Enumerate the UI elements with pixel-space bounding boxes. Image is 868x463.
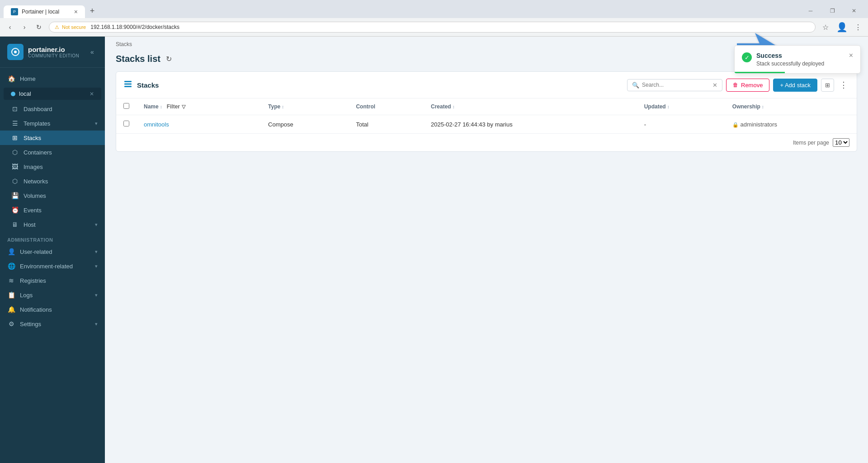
minimize-button[interactable]: ─ [800, 4, 821, 18]
host-chevron: ▾ [95, 222, 98, 228]
forward-button[interactable]: › [18, 21, 31, 33]
back-button[interactable]: ‹ [4, 21, 16, 33]
card-header: Stacks 🔍 ✕ 🗑 Remove + Add stack [116, 72, 857, 98]
browser-chrome: P Portainer | local × + ─ ❐ ✕ [0, 0, 868, 18]
registries-icon: ≋ [7, 277, 15, 284]
main-content: Stacks Stacks list ↻ Stacks [105, 37, 868, 463]
address-bar[interactable]: ⚠ Not secure 192.168.1.18:9000/#/2/docke… [49, 22, 816, 33]
menu-button[interactable]: ⋮ [852, 21, 864, 33]
sidebar-collapse-button[interactable]: « [87, 47, 98, 57]
new-tab-button[interactable]: + [85, 4, 99, 18]
header-checkbox-cell [116, 98, 137, 115]
security-icon: ⚠ [55, 24, 59, 30]
sidebar-item-settings[interactable]: ⚙ Settings ▾ [0, 317, 105, 331]
reload-button[interactable]: ↻ [33, 21, 45, 33]
logs-icon: 📋 [7, 291, 15, 299]
filter-button[interactable]: Filter ▽ [167, 103, 185, 110]
window-controls: ─ ❐ ✕ [800, 4, 864, 18]
header-updated: Updated↕ [637, 98, 725, 115]
browser-toolbar: ‹ › ↻ ⚠ Not secure 192.168.1.18:9000/#/2… [0, 18, 868, 37]
notifications-icon: 🔔 [7, 306, 15, 313]
env-close-button[interactable]: ✕ [90, 91, 94, 97]
sidebar-item-local[interactable]: local ✕ [4, 88, 101, 100]
refresh-button[interactable]: ↻ [166, 55, 172, 63]
sidebar-item-networks[interactable]: ⬡ Networks [0, 174, 105, 188]
url-display: 192.168.1.18:9000/#/2/docker/stacks [90, 24, 179, 30]
sidebar-item-registries[interactable]: ≋ Registries [0, 273, 105, 288]
tab-title: Portainer | local [22, 9, 71, 15]
containers-icon: ⬡ [11, 149, 19, 156]
row-control-cell: Total [349, 115, 424, 134]
toast-notification: ✓ Success Stack successfully deployed × [734, 45, 861, 74]
nav-buttons: ‹ › ↻ [4, 21, 45, 33]
remove-button[interactable]: 🗑 Remove [726, 79, 769, 92]
items-per-page-select[interactable]: 10 25 50 [833, 138, 849, 147]
stack-name-link[interactable]: omnitools [144, 121, 169, 128]
row-updated-cell: - [637, 115, 725, 134]
row-checkbox[interactable] [123, 121, 129, 126]
svg-rect-4 [124, 86, 132, 87]
toast-success-icon: ✓ [742, 52, 752, 62]
header-control: Control [349, 98, 424, 115]
table-header: Name↕ Filter ▽ Type↕ Control [116, 98, 857, 115]
sidebar-item-dashboard[interactable]: ⊡ Dashboard [0, 102, 105, 116]
home-icon: 🏠 [7, 75, 15, 82]
svg-rect-2 [124, 81, 132, 82]
restore-button[interactable]: ❐ [822, 4, 843, 18]
search-box[interactable]: 🔍 ✕ [627, 79, 722, 91]
card-header-actions: 🔍 ✕ 🗑 Remove + Add stack ⊞ ⋮ [627, 78, 849, 92]
stacks-icon: ⊞ [11, 134, 19, 141]
admin-section-label: Administration [0, 232, 105, 244]
sidebar-item-logs[interactable]: 📋 Logs ▾ [0, 288, 105, 302]
add-stack-button[interactable]: + Add stack [773, 79, 817, 92]
app-container: portainer.io COMMUNITY EDITION « 🏠 Home … [0, 37, 868, 463]
select-all-checkbox[interactable] [123, 103, 129, 109]
sidebar-item-user-related[interactable]: 👤 User-related ▾ [0, 244, 105, 259]
sidebar-item-notifications[interactable]: 🔔 Notifications [0, 302, 105, 317]
volumes-icon: 💾 [11, 192, 19, 199]
sidebar-item-templates[interactable]: ☰ Templates ▾ [0, 116, 105, 131]
table-row: omnitools Compose Total 2025-02-27 16:44… [116, 115, 857, 134]
sidebar-item-events[interactable]: ⏰ Events [0, 203, 105, 217]
sidebar-item-volumes[interactable]: 💾 Volumes [0, 188, 105, 203]
events-icon: ⏰ [11, 206, 19, 214]
stacks-table: Name↕ Filter ▽ Type↕ Control [116, 98, 857, 133]
name-sort-icon: ↕ [160, 104, 162, 109]
dashboard-icon: ⊡ [11, 105, 19, 112]
toast-close-button[interactable]: × [849, 52, 853, 59]
profile-button[interactable]: 👤 [835, 21, 848, 33]
sidebar-item-environment-related[interactable]: 🌐 Environment-related ▾ [0, 259, 105, 273]
stacks-card-title: Stacks [137, 81, 623, 89]
toast-title: Success [756, 52, 844, 59]
bookmark-button[interactable]: ☆ [819, 21, 832, 33]
ownership-sort-icon: ↕ [762, 104, 764, 109]
items-per-page-label: Items per page [793, 140, 829, 146]
remove-icon: 🗑 [733, 82, 738, 88]
settings-chevron: ▾ [95, 321, 98, 327]
header-name: Name↕ Filter ▽ [137, 98, 261, 115]
security-label: Not secure [62, 24, 86, 30]
toast-progress-bar [735, 72, 785, 73]
browser-tab-active[interactable]: P Portainer | local × [4, 5, 85, 18]
search-icon: 🔍 [632, 82, 639, 89]
toast-content: Success Stack successfully deployed [756, 52, 844, 67]
table-footer: Items per page 10 25 50 [116, 133, 857, 151]
column-toggle-button[interactable]: ⊞ [821, 79, 834, 92]
more-options-button[interactable]: ⋮ [838, 78, 849, 92]
environment-related-icon: 🌐 [7, 262, 15, 270]
sidebar-item-containers[interactable]: ⬡ Containers [0, 145, 105, 159]
created-sort-icon: ↕ [453, 104, 455, 109]
search-input[interactable] [642, 82, 710, 88]
sidebar-item-stacks[interactable]: ⊞ Stacks [0, 131, 105, 145]
toast-message: Stack successfully deployed [756, 61, 844, 67]
sidebar-item-home[interactable]: 🏠 Home [0, 71, 105, 86]
sidebar-item-images[interactable]: 🖼 Images [0, 159, 105, 174]
svg-rect-3 [124, 83, 132, 84]
clear-search-icon[interactable]: ✕ [712, 82, 717, 89]
env-status-icon [11, 92, 15, 96]
tab-close-button[interactable]: × [74, 9, 78, 15]
close-window-button[interactable]: ✕ [844, 4, 864, 18]
sidebar-item-host[interactable]: 🖥 Host ▾ [0, 217, 105, 232]
templates-icon: ☰ [11, 120, 19, 127]
sidebar-navigation: 🏠 Home local ✕ ⊡ Dashboard ☰ Templates ▾ [0, 68, 105, 335]
